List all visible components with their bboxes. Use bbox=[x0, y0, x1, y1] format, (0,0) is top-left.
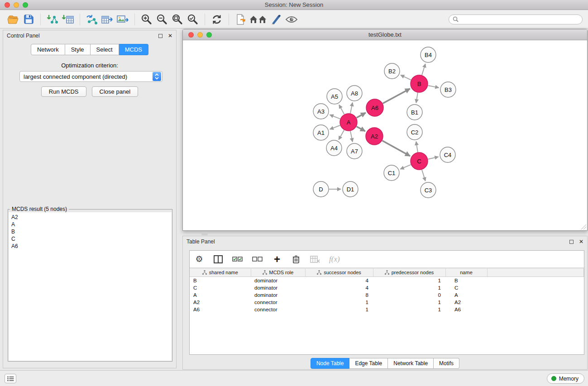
tab-network-table[interactable]: Network Table bbox=[388, 358, 434, 369]
function-builder-button[interactable]: f(x) bbox=[329, 254, 340, 265]
deselect-all-columns-button[interactable] bbox=[252, 254, 263, 265]
window-resize-grip[interactable] bbox=[581, 224, 586, 229]
table-cell[interactable]: B bbox=[445, 277, 487, 284]
delete-columns-button[interactable] bbox=[291, 254, 301, 265]
column-header-name[interactable]: name bbox=[445, 268, 487, 277]
mcds-result-item[interactable]: A bbox=[11, 221, 169, 228]
show-columns-button[interactable] bbox=[213, 254, 223, 265]
close-table-panel-icon[interactable]: ✕ bbox=[579, 239, 583, 244]
network-edge-A-A7[interactable] bbox=[350, 131, 353, 142]
home-button[interactable] bbox=[249, 12, 268, 27]
close-window-button[interactable] bbox=[5, 2, 10, 8]
open-recent-session-button[interactable] bbox=[233, 12, 249, 27]
network-node-A2[interactable]: A2 bbox=[366, 128, 383, 145]
table-cell[interactable]: dominator bbox=[251, 277, 305, 284]
tab-node-table[interactable]: Node Table bbox=[311, 358, 350, 369]
column-header-predecessor-nodes[interactable]: predecessor nodes bbox=[373, 268, 445, 277]
run-mcds-button[interactable]: Run MCDS bbox=[41, 86, 86, 97]
zoom-window-button[interactable] bbox=[23, 2, 28, 8]
table-cell[interactable]: A bbox=[190, 291, 251, 299]
network-node-B[interactable]: B bbox=[411, 75, 428, 92]
panel-divider-handle[interactable] bbox=[201, 232, 208, 235]
zoom-selected-button[interactable] bbox=[185, 12, 201, 27]
network-edge-B-B3[interactable] bbox=[428, 86, 439, 88]
criterion-select[interactable]: largest connected component (directed) bbox=[19, 71, 163, 82]
tab-style[interactable]: Style bbox=[65, 44, 91, 55]
close-panel-icon[interactable]: ✕ bbox=[168, 33, 172, 38]
export-network-button[interactable] bbox=[84, 12, 100, 27]
network-edge-A-A4[interactable] bbox=[339, 130, 344, 139]
network-canvas[interactable]: B4B2BB3A8A5A6B1A3AA1C2A2A4A7C4CC1C3DD1 bbox=[183, 40, 587, 230]
table-cell[interactable]: A bbox=[445, 291, 487, 299]
network-node-D[interactable]: D bbox=[313, 181, 329, 197]
mcds-result-item[interactable]: C bbox=[11, 235, 169, 243]
tab-edge-table[interactable]: Edge Table bbox=[349, 358, 388, 369]
network-window-titlebar[interactable]: testGlobe.txt bbox=[183, 29, 587, 40]
table-settings-button[interactable]: ⚙ bbox=[194, 254, 204, 265]
table-row[interactable]: Cdominator41C bbox=[190, 284, 584, 291]
table-cell[interactable]: 1 bbox=[373, 277, 445, 284]
network-edge-A6-B[interactable] bbox=[383, 89, 410, 104]
table-cell[interactable]: 8 bbox=[305, 291, 373, 299]
import-table-from-file-button[interactable] bbox=[60, 12, 76, 27]
minimize-window-button[interactable] bbox=[14, 2, 19, 8]
network-edge-A-A8[interactable] bbox=[350, 103, 353, 114]
zoom-out-button[interactable] bbox=[154, 12, 170, 27]
network-node-A5[interactable]: A5 bbox=[327, 89, 342, 104]
show-panel-list-button[interactable] bbox=[5, 374, 16, 383]
zoom-fit-button[interactable] bbox=[170, 12, 185, 27]
network-edge-A-A6[interactable] bbox=[357, 113, 366, 118]
table-cell[interactable]: 4 bbox=[305, 277, 373, 284]
float-panel-icon[interactable] bbox=[158, 34, 163, 38]
save-session-button[interactable] bbox=[21, 12, 36, 27]
select-all-columns-button[interactable] bbox=[232, 254, 243, 265]
network-node-C3[interactable]: C3 bbox=[421, 182, 436, 198]
network-edge-A-A2[interactable] bbox=[357, 127, 365, 131]
table-cell[interactable]: B bbox=[190, 277, 251, 284]
network-node-A7[interactable]: A7 bbox=[347, 143, 362, 159]
import-network-from-file-button[interactable] bbox=[45, 12, 60, 27]
show-hide-graphics-button[interactable] bbox=[284, 12, 299, 27]
tab-select[interactable]: Select bbox=[91, 44, 119, 55]
network-edge-C-C3[interactable] bbox=[422, 170, 425, 181]
table-cell[interactable]: connector bbox=[251, 306, 305, 313]
network-node-A6[interactable]: A6 bbox=[366, 99, 383, 116]
table-cell[interactable]: C bbox=[445, 284, 487, 291]
network-node-A8[interactable]: A8 bbox=[347, 86, 362, 101]
network-node-C4[interactable]: C4 bbox=[440, 147, 455, 162]
mcds-result-item[interactable]: A6 bbox=[11, 243, 169, 250]
table-cell[interactable]: A2 bbox=[445, 299, 487, 306]
network-node-A1[interactable]: A1 bbox=[313, 125, 329, 140]
refresh-view-button[interactable] bbox=[209, 12, 225, 27]
network-node-B1[interactable]: B1 bbox=[407, 105, 422, 120]
network-minimize-button[interactable] bbox=[197, 32, 203, 38]
table-cell[interactable]: dominator bbox=[251, 291, 305, 299]
network-edge-B-B4[interactable] bbox=[422, 64, 425, 75]
network-node-B3[interactable]: B3 bbox=[440, 82, 456, 97]
network-node-A4[interactable]: A4 bbox=[326, 140, 342, 156]
network-node-C1[interactable]: C1 bbox=[384, 165, 399, 181]
table-cell[interactable]: 1 bbox=[305, 299, 373, 306]
network-node-A3[interactable]: A3 bbox=[313, 104, 329, 119]
table-cell[interactable]: 1 bbox=[373, 306, 445, 313]
network-node-B2[interactable]: B2 bbox=[384, 63, 400, 79]
network-node-C[interactable]: C bbox=[411, 152, 428, 170]
table-cell[interactable]: A6 bbox=[445, 306, 487, 313]
table-cell[interactable]: A2 bbox=[190, 299, 251, 306]
table-row[interactable]: Adominator80A bbox=[190, 291, 584, 299]
search-box[interactable] bbox=[449, 14, 583, 24]
apply-style-button[interactable] bbox=[268, 12, 284, 27]
network-edge-A-A1[interactable] bbox=[330, 125, 340, 129]
float-table-panel-icon[interactable] bbox=[569, 240, 574, 244]
table-cell[interactable]: dominator bbox=[251, 284, 305, 291]
network-node-C2[interactable]: C2 bbox=[407, 124, 422, 140]
network-node-B4[interactable]: B4 bbox=[421, 47, 436, 62]
column-header-shared-name[interactable]: shared name bbox=[190, 268, 251, 277]
open-file-button[interactable] bbox=[5, 12, 21, 27]
memory-button[interactable]: Memory bbox=[547, 373, 584, 384]
network-node-A[interactable]: A bbox=[340, 114, 357, 131]
network-edge-B-B2[interactable] bbox=[401, 75, 411, 80]
table-row[interactable]: A2connector11A2 bbox=[190, 299, 584, 306]
create-column-button[interactable]: + bbox=[272, 254, 282, 265]
network-edge-C-C2[interactable] bbox=[416, 142, 418, 152]
